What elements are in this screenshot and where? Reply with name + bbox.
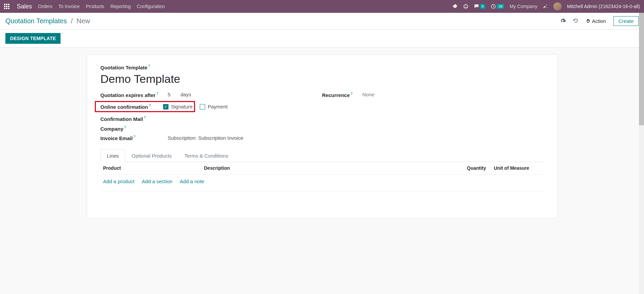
online-confirmation-label: Online confirmation <box>101 104 148 110</box>
expires-value[interactable]: 5 <box>168 92 179 97</box>
help-icon[interactable]: ? <box>350 92 352 96</box>
user-avatar[interactable] <box>554 2 562 10</box>
help-icon[interactable]: ? <box>156 92 158 96</box>
control-panel: Quotation Templates / New Action Create <box>0 13 644 30</box>
nav-orders[interactable]: Orders <box>38 4 52 9</box>
bug-icon[interactable] <box>452 4 458 9</box>
th-unit-of-measure: Unit of Measure <box>494 165 541 171</box>
apps-icon[interactable] <box>4 4 9 9</box>
recurrence-value[interactable]: None <box>363 92 375 97</box>
sheet-wrapper: Quotation Template? Demo Template Quotat… <box>0 47 644 225</box>
nav-reporting[interactable]: Reporting <box>110 4 131 9</box>
lines-add-row: Add a product Add a section Add a note <box>101 174 544 191</box>
add-product-link[interactable]: Add a product <box>103 178 135 184</box>
invoice-email-label: Invoice Email <box>101 135 133 141</box>
cloud-save-icon[interactable] <box>560 18 566 25</box>
title-value[interactable]: Demo Template <box>101 72 544 86</box>
tab-lines[interactable]: Lines <box>101 149 125 162</box>
tab-optional-products[interactable]: Optional Products <box>125 149 178 162</box>
notebook-tabs: Lines Optional Products Terms & Conditio… <box>101 149 544 162</box>
row-expires-recurrence: Quotation expires after? 5 days Recurren… <box>101 92 544 98</box>
nav-products[interactable]: Products <box>86 4 104 9</box>
navbar-right: 9 39 My Company Mitchell Admin (21623424… <box>452 2 640 10</box>
th-quantity: Quantity <box>467 165 494 171</box>
add-section-link[interactable]: Add a section <box>142 178 173 184</box>
title-label: Quotation Template <box>101 65 148 70</box>
expires-label: Quotation expires after <box>101 92 156 98</box>
confirmation-mail-label: Confirmation Mail <box>101 116 143 122</box>
col-expires: Quotation expires after? 5 days <box>101 92 322 98</box>
th-description: Description <box>204 165 467 171</box>
payment-label: Payment <box>208 104 228 109</box>
recurrence-label: Recurrence <box>322 92 350 98</box>
lines-table-footer <box>101 191 544 205</box>
add-note-link[interactable]: Add a note <box>180 178 204 184</box>
company-switcher[interactable]: My Company <box>509 4 537 9</box>
activities-badge: 39 <box>497 4 504 9</box>
activities-icon[interactable]: 39 <box>491 4 504 9</box>
title-group: Quotation Template? Demo Template <box>101 64 544 86</box>
payment-checkbox[interactable] <box>200 104 205 109</box>
signature-label: Signature <box>171 104 193 109</box>
row-online-confirmation: Online confirmation? Signature Payment <box>101 101 544 112</box>
statusbar: DESIGN TEMPLATE <box>0 30 644 47</box>
messages-badge: 9 <box>480 4 485 9</box>
invoice-email-value[interactable]: Subscription: Subscription Invoice <box>168 135 243 141</box>
breadcrumb-current: New <box>77 17 90 25</box>
signature-checkbox[interactable] <box>163 104 168 109</box>
scrollbar-thumb[interactable] <box>639 13 644 125</box>
top-navbar: Sales Orders To Invoice Products Reporti… <box>0 0 644 13</box>
breadcrumb-root[interactable]: Quotation Templates <box>5 17 67 25</box>
help-icon[interactable]: ? <box>133 135 135 139</box>
help-icon[interactable]: ? <box>149 103 151 107</box>
nav-to-invoice[interactable]: To Invoice <box>59 4 80 9</box>
row-company: Company? <box>101 125 544 132</box>
scrollbar-track[interactable]: ▴ <box>639 13 644 225</box>
th-product: Product <box>103 165 204 171</box>
col-recurrence: Recurrence? None <box>322 92 544 98</box>
breadcrumb-separator: / <box>71 17 73 25</box>
form-sheet: Quotation Template? Demo Template Quotat… <box>87 54 558 219</box>
control-panel-right: Action Create <box>560 16 639 26</box>
help-icon[interactable]: ? <box>144 116 146 120</box>
messages-icon[interactable]: 9 <box>474 4 485 9</box>
company-label: Company <box>101 126 123 131</box>
row-confirmation-mail: Confirmation Mail? <box>101 116 544 122</box>
nav-configuration[interactable]: Configuration <box>137 4 165 9</box>
help-icon[interactable]: ? <box>124 125 126 129</box>
app-brand[interactable]: Sales <box>17 3 32 10</box>
create-button[interactable]: Create <box>613 16 639 26</box>
action-dropdown[interactable]: Action <box>586 18 606 24</box>
row-invoice-email: Invoice Email? Subscription: Subscriptio… <box>101 135 544 141</box>
action-label: Action <box>592 18 606 24</box>
debug-tools-icon[interactable] <box>543 4 548 9</box>
breadcrumb: Quotation Templates / New <box>5 17 90 25</box>
support-icon[interactable] <box>463 4 468 9</box>
tab-terms-conditions[interactable]: Terms & Conditions <box>178 149 235 162</box>
discard-icon[interactable] <box>573 18 578 25</box>
help-icon[interactable]: ? <box>148 64 150 68</box>
highlight-annotation: Online confirmation? Signature <box>95 101 195 112</box>
lines-table-header: Product Description Quantity Unit of Mea… <box>101 162 544 174</box>
user-name[interactable]: Mitchell Admin (21623424-16-0-all) <box>567 4 640 9</box>
navbar-left: Sales Orders To Invoice Products Reporti… <box>4 3 165 10</box>
expires-unit: days <box>181 92 191 97</box>
design-template-button[interactable]: DESIGN TEMPLATE <box>5 33 61 44</box>
